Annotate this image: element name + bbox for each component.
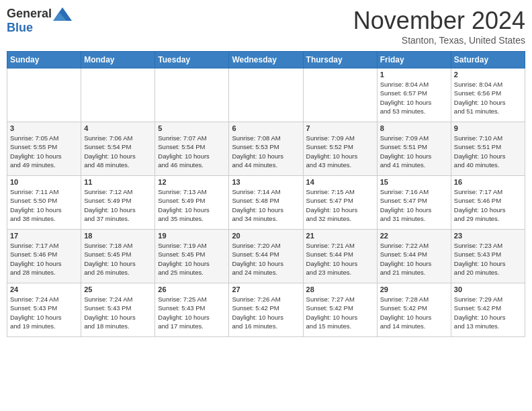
day-info: Sunrise: 7:20 AM Sunset: 5:44 PM Dayligh…: [232, 241, 300, 277]
title-section: November 2024 Stanton, Texas, United Sta…: [353, 7, 525, 46]
day-number: 13: [232, 178, 300, 186]
day-number: 19: [158, 232, 226, 240]
day-info: Sunrise: 7:23 AM Sunset: 5:43 PM Dayligh…: [454, 241, 522, 277]
day-info: Sunrise: 7:18 AM Sunset: 5:45 PM Dayligh…: [84, 241, 152, 277]
day-number: 20: [232, 232, 300, 240]
day-info: Sunrise: 7:29 AM Sunset: 5:42 PM Dayligh…: [454, 295, 522, 330]
calendar-day-cell: 22Sunrise: 7:22 AM Sunset: 5:44 PM Dayli…: [377, 230, 451, 283]
day-number: 2: [454, 71, 522, 79]
calendar-day-cell: 2Sunrise: 8:04 AM Sunset: 6:56 PM Daylig…: [451, 68, 525, 122]
calendar-week-row: 10Sunrise: 7:11 AM Sunset: 5:50 PM Dayli…: [7, 176, 525, 230]
weekday-header: Friday: [377, 52, 451, 68]
day-number: 4: [84, 124, 152, 132]
calendar-day-cell: 30Sunrise: 7:29 AM Sunset: 5:42 PM Dayli…: [451, 283, 525, 337]
logo: General Blue: [7, 7, 72, 35]
day-info: Sunrise: 7:12 AM Sunset: 5:49 PM Dayligh…: [84, 187, 152, 223]
day-number: 23: [454, 232, 522, 240]
day-info: Sunrise: 7:07 AM Sunset: 5:54 PM Dayligh…: [158, 134, 226, 169]
day-number: 1: [380, 71, 448, 79]
calendar-day-cell: [303, 68, 377, 122]
day-info: Sunrise: 7:24 AM Sunset: 5:43 PM Dayligh…: [84, 295, 152, 330]
day-number: 28: [306, 285, 374, 293]
calendar-day-cell: 3Sunrise: 7:05 AM Sunset: 5:55 PM Daylig…: [7, 122, 81, 176]
day-info: Sunrise: 8:04 AM Sunset: 6:56 PM Dayligh…: [454, 80, 522, 116]
day-info: Sunrise: 7:19 AM Sunset: 5:45 PM Dayligh…: [158, 241, 226, 277]
day-number: 15: [380, 178, 448, 186]
day-number: 14: [306, 178, 374, 186]
day-number: 29: [380, 285, 448, 293]
day-info: Sunrise: 8:04 AM Sunset: 6:57 PM Dayligh…: [380, 80, 448, 116]
day-info: Sunrise: 7:05 AM Sunset: 5:55 PM Dayligh…: [10, 134, 78, 169]
calendar-day-cell: 10Sunrise: 7:11 AM Sunset: 5:50 PM Dayli…: [7, 176, 81, 230]
day-info: Sunrise: 7:22 AM Sunset: 5:44 PM Dayligh…: [380, 241, 448, 277]
calendar-day-cell: 27Sunrise: 7:26 AM Sunset: 5:42 PM Dayli…: [229, 283, 303, 337]
day-number: 26: [158, 285, 226, 293]
day-info: Sunrise: 7:09 AM Sunset: 5:52 PM Dayligh…: [306, 134, 374, 169]
day-number: 5: [158, 124, 226, 132]
calendar-day-cell: 17Sunrise: 7:17 AM Sunset: 5:46 PM Dayli…: [7, 230, 81, 283]
calendar-day-cell: 28Sunrise: 7:27 AM Sunset: 5:42 PM Dayli…: [303, 283, 377, 337]
day-info: Sunrise: 7:17 AM Sunset: 5:46 PM Dayligh…: [10, 241, 78, 277]
day-info: Sunrise: 7:13 AM Sunset: 5:49 PM Dayligh…: [158, 187, 226, 223]
day-info: Sunrise: 7:16 AM Sunset: 5:47 PM Dayligh…: [380, 187, 448, 223]
day-number: 16: [454, 178, 522, 186]
day-info: Sunrise: 7:10 AM Sunset: 5:51 PM Dayligh…: [454, 134, 522, 169]
calendar-day-cell: 29Sunrise: 7:28 AM Sunset: 5:42 PM Dayli…: [377, 283, 451, 337]
calendar-day-cell: 14Sunrise: 7:15 AM Sunset: 5:47 PM Dayli…: [303, 176, 377, 230]
calendar-day-cell: 11Sunrise: 7:12 AM Sunset: 5:49 PM Dayli…: [81, 176, 155, 230]
calendar-day-cell: [155, 68, 229, 122]
day-number: 11: [84, 178, 152, 186]
calendar-day-cell: 7Sunrise: 7:09 AM Sunset: 5:52 PM Daylig…: [303, 122, 377, 176]
calendar-day-cell: 12Sunrise: 7:13 AM Sunset: 5:49 PM Dayli…: [155, 176, 229, 230]
calendar-day-cell: 6Sunrise: 7:08 AM Sunset: 5:53 PM Daylig…: [229, 122, 303, 176]
logo-icon: [53, 7, 72, 21]
calendar-day-cell: 1Sunrise: 8:04 AM Sunset: 6:57 PM Daylig…: [377, 68, 451, 122]
calendar-day-cell: 25Sunrise: 7:24 AM Sunset: 5:43 PM Dayli…: [81, 283, 155, 337]
location: Stanton, Texas, United States: [353, 35, 525, 46]
day-info: Sunrise: 7:14 AM Sunset: 5:48 PM Dayligh…: [232, 187, 300, 223]
calendar-day-cell: [229, 68, 303, 122]
day-number: 10: [10, 178, 78, 186]
calendar-day-cell: 13Sunrise: 7:14 AM Sunset: 5:48 PM Dayli…: [229, 176, 303, 230]
month-title: November 2024: [353, 7, 525, 35]
calendar-table: SundayMondayTuesdayWednesdayThursdayFrid…: [7, 51, 525, 337]
weekday-header: Wednesday: [229, 52, 303, 68]
weekday-header: Tuesday: [155, 52, 229, 68]
day-number: 18: [84, 232, 152, 240]
calendar-day-cell: 5Sunrise: 7:07 AM Sunset: 5:54 PM Daylig…: [155, 122, 229, 176]
day-info: Sunrise: 7:11 AM Sunset: 5:50 PM Dayligh…: [10, 187, 78, 223]
day-number: 21: [306, 232, 374, 240]
day-number: 7: [306, 124, 374, 132]
day-number: 22: [380, 232, 448, 240]
calendar-day-cell: 18Sunrise: 7:18 AM Sunset: 5:45 PM Dayli…: [81, 230, 155, 283]
calendar-day-cell: 9Sunrise: 7:10 AM Sunset: 5:51 PM Daylig…: [451, 122, 525, 176]
day-info: Sunrise: 7:06 AM Sunset: 5:54 PM Dayligh…: [84, 134, 152, 169]
day-info: Sunrise: 7:08 AM Sunset: 5:53 PM Dayligh…: [232, 134, 300, 169]
logo-general: General: [7, 7, 52, 21]
calendar-week-row: 1Sunrise: 8:04 AM Sunset: 6:57 PM Daylig…: [7, 68, 525, 122]
day-number: 3: [10, 124, 78, 132]
day-info: Sunrise: 7:27 AM Sunset: 5:42 PM Dayligh…: [306, 295, 374, 330]
calendar-day-cell: 26Sunrise: 7:25 AM Sunset: 5:43 PM Dayli…: [155, 283, 229, 337]
day-number: 8: [380, 124, 448, 132]
weekday-header: Saturday: [451, 52, 525, 68]
calendar-day-cell: 23Sunrise: 7:23 AM Sunset: 5:43 PM Dayli…: [451, 230, 525, 283]
calendar-day-cell: 24Sunrise: 7:24 AM Sunset: 5:43 PM Dayli…: [7, 283, 81, 337]
day-info: Sunrise: 7:21 AM Sunset: 5:44 PM Dayligh…: [306, 241, 374, 277]
calendar-day-cell: 8Sunrise: 7:09 AM Sunset: 5:51 PM Daylig…: [377, 122, 451, 176]
day-number: 6: [232, 124, 300, 132]
calendar-day-cell: 19Sunrise: 7:19 AM Sunset: 5:45 PM Dayli…: [155, 230, 229, 283]
calendar-day-cell: [7, 68, 81, 122]
day-number: 24: [10, 285, 78, 293]
calendar-day-cell: 20Sunrise: 7:20 AM Sunset: 5:44 PM Dayli…: [229, 230, 303, 283]
day-info: Sunrise: 7:25 AM Sunset: 5:43 PM Dayligh…: [158, 295, 226, 330]
weekday-header: Monday: [81, 52, 155, 68]
day-number: 12: [158, 178, 226, 186]
weekday-header-row: SundayMondayTuesdayWednesdayThursdayFrid…: [7, 52, 525, 68]
day-number: 30: [454, 285, 522, 293]
calendar-day-cell: 15Sunrise: 7:16 AM Sunset: 5:47 PM Dayli…: [377, 176, 451, 230]
calendar-day-cell: 21Sunrise: 7:21 AM Sunset: 5:44 PM Dayli…: [303, 230, 377, 283]
day-info: Sunrise: 7:26 AM Sunset: 5:42 PM Dayligh…: [232, 295, 300, 330]
calendar-day-cell: 4Sunrise: 7:06 AM Sunset: 5:54 PM Daylig…: [81, 122, 155, 176]
calendar-week-row: 24Sunrise: 7:24 AM Sunset: 5:43 PM Dayli…: [7, 283, 525, 337]
